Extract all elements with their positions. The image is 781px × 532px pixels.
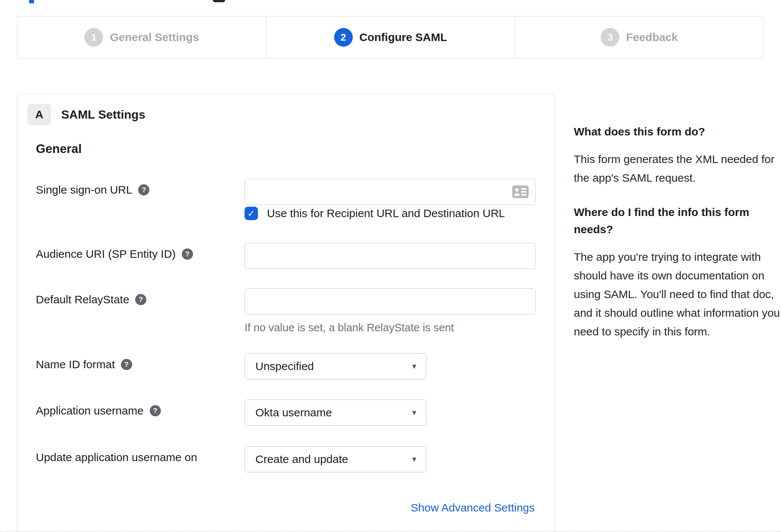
update-username-select[interactable]: Create and update ▾ (245, 446, 426, 472)
help-answer-1: This form generates the XML needed for t… (574, 150, 781, 187)
relay-state-hint: If no value is set, a blank RelayState i… (245, 322, 454, 334)
name-id-format-label-text: Name ID format (36, 358, 115, 371)
app-username-label: Application username ? (36, 404, 161, 417)
chevron-down-icon: ▾ (412, 362, 416, 371)
relay-state-input[interactable] (245, 288, 536, 314)
help-answer-2: The app you're trying to integrate with … (574, 248, 781, 341)
step-1-label: General Settings (110, 31, 199, 44)
panel-title: SAML Settings (61, 104, 145, 125)
recipient-url-checkbox-label: Use this for Recipient URL and Destinati… (267, 207, 505, 220)
name-id-format-label: Name ID format ? (36, 358, 132, 371)
step-3-label: Feedback (626, 31, 678, 44)
app-username-help-icon[interactable]: ? (150, 405, 161, 416)
audience-uri-input-wrap (245, 243, 536, 269)
sso-url-label: Single sign-on URL ? (36, 183, 149, 197)
relay-state-label-text: Default RelayState (36, 293, 129, 306)
update-username-label-text: Update application username on (36, 451, 197, 464)
step-3-number-badge: 3 (601, 28, 619, 47)
sso-url-input-wrap (245, 179, 536, 205)
chevron-down-icon: ▾ (412, 454, 416, 464)
help-sidebar: What does this form do? This form genera… (574, 123, 781, 341)
app-username-label-text: Application username (36, 404, 144, 417)
stepper-step-general-settings[interactable]: 1 General Settings (18, 16, 266, 58)
step-2-number-badge: 2 (334, 28, 353, 47)
step-1-number-badge: 1 (84, 28, 103, 47)
relay-state-label: Default RelayState ? (36, 293, 146, 306)
relay-state-help-icon[interactable]: ? (135, 294, 146, 305)
name-id-format-value: Unspecified (255, 360, 314, 373)
update-username-value: Create and update (255, 453, 348, 466)
cutoff-dark-icon-fragment (213, 0, 225, 2)
contact-card-icon[interactable] (512, 185, 529, 198)
wizard-stepper: 1 General Settings 2 Configure SAML 3 Fe… (17, 16, 764, 59)
show-advanced-settings-link[interactable]: Show Advanced Settings (411, 501, 535, 514)
audience-uri-label-text: Audience URI (SP Entity ID) (36, 247, 176, 261)
audience-uri-input[interactable] (245, 243, 536, 269)
update-username-label: Update application username on (36, 451, 197, 464)
cutoff-blue-tab-fragment (29, 0, 34, 3)
saml-settings-panel: A SAML Settings General Single sign-on U… (17, 94, 555, 532)
relay-state-input-wrap (245, 288, 536, 314)
stepper-step-configure-saml[interactable]: 2 Configure SAML (266, 16, 514, 58)
general-section-title: General (36, 142, 82, 156)
help-question-2: Where do I find the info this form needs… (574, 204, 781, 238)
step-2-label: Configure SAML (360, 31, 447, 44)
sso-url-help-icon[interactable]: ? (138, 184, 149, 195)
name-id-format-select[interactable]: Unspecified ▾ (245, 353, 426, 379)
recipient-url-checkbox[interactable]: ✓ (245, 207, 258, 220)
sso-checkbox-row: ✓ Use this for Recipient URL and Destina… (245, 207, 505, 220)
sso-url-label-text: Single sign-on URL (36, 183, 132, 197)
section-a-badge: A (27, 104, 51, 125)
stepper-step-feedback[interactable]: 3 Feedback (515, 16, 763, 58)
audience-uri-help-icon[interactable]: ? (182, 248, 193, 260)
name-id-format-help-icon[interactable]: ? (121, 359, 132, 370)
app-username-select[interactable]: Okta username ▾ (245, 400, 426, 426)
sso-url-input[interactable] (245, 179, 536, 205)
help-question-1: What does this form do? (574, 123, 781, 140)
chevron-down-icon: ▾ (412, 408, 416, 417)
app-username-value: Okta username (255, 406, 332, 419)
audience-uri-label: Audience URI (SP Entity ID) ? (36, 247, 193, 261)
